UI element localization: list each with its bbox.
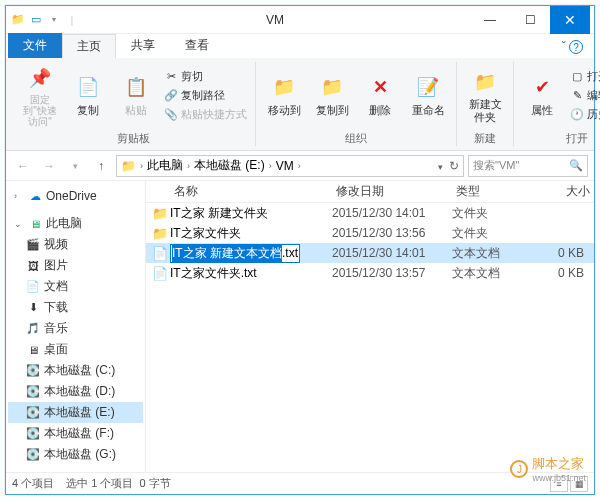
nav-thispc[interactable]: ⌄🖥此电脑 [8,213,143,234]
history-icon: 🕐 [570,108,584,122]
pin-quick-access-button[interactable]: 📌固定到"快速访问" [18,62,62,129]
chevron-icon[interactable]: › [267,161,274,171]
column-name[interactable]: 名称 [170,183,332,200]
file-row[interactable]: 📁 IT之家文件夹 2015/12/30 13:56 文件夹 [146,223,594,243]
forward-button[interactable]: → [38,155,60,177]
nav-drive-e[interactable]: 💽本地磁盘 (E:) [8,402,143,423]
status-item-count: 4 个项目 [12,476,54,491]
qat-separator: | [64,12,80,28]
paste-button[interactable]: 📋粘贴 [114,62,158,129]
pictures-icon: 🖼 [26,259,40,273]
history-button[interactable]: 🕐历史记录 [568,106,600,123]
chevron-icon[interactable]: › [185,161,192,171]
paste-shortcut-button[interactable]: 📎粘贴快捷方式 [162,106,249,123]
status-bar: 4 个项目 选中 1 个项目 0 字节 ≡ ▦ [6,472,594,494]
file-date: 2015/12/30 14:01 [332,206,452,220]
minimize-button[interactable]: — [470,6,510,34]
nav-music[interactable]: 🎵音乐 [8,318,143,339]
column-modified[interactable]: 修改日期 [332,183,452,200]
copy-to-button[interactable]: 📁复制到 [310,62,354,129]
nav-onedrive[interactable]: ›☁OneDrive [8,187,143,205]
navigation-pane[interactable]: ›☁OneDrive ⌄🖥此电脑 🎬视频 🖼图片 📄文档 ⬇下载 🎵音乐 🖥桌面… [6,181,146,472]
maximize-button[interactable]: ☐ [510,6,550,34]
new-folder-icon: 📁 [471,68,499,96]
pc-icon: 🖥 [28,217,42,231]
refresh-button[interactable]: ↻ [449,159,459,173]
up-button[interactable]: ↑ [90,155,112,177]
qat-dropdown-icon[interactable]: ▾ [46,12,62,28]
file-row[interactable]: 📄 IT之家文件夹.txt 2015/12/30 13:57 文本文档 0 KB [146,263,594,283]
txt-icon: 📄 [152,246,170,261]
copy-path-button[interactable]: 🔗复制路径 [162,87,249,104]
nav-drive-g[interactable]: 💽本地磁盘 (G:) [8,444,143,465]
open-icon: ▢ [570,70,584,84]
move-to-button[interactable]: 📁移动到 [262,62,306,129]
cloud-icon: ☁ [28,189,42,203]
file-list-pane: 名称 修改日期 类型 大小 📁 IT之家 新建文件夹 2015/12/30 14… [146,181,594,472]
group-clipboard-label: 剪贴板 [117,131,150,146]
edit-icon: ✎ [570,89,584,103]
file-type: 文本文档 [452,245,532,262]
tab-home[interactable]: 主页 [62,34,116,58]
crumb-drive[interactable]: 本地磁盘 (E:) [194,157,265,174]
properties-button[interactable]: ✔属性 [520,62,564,129]
nav-drive-c[interactable]: 💽本地磁盘 (C:) [8,360,143,381]
file-size: 0 KB [532,266,594,280]
new-folder-button[interactable]: 📁新建文件夹 [463,62,507,129]
tab-file[interactable]: 文件 [8,33,62,58]
copy-button[interactable]: 📄复制 [66,62,110,129]
rename-input[interactable]: IT之家 新建文本文档.txt [170,244,300,263]
file-rows: 📁 IT之家 新建文件夹 2015/12/30 14:01 文件夹 📁 IT之家… [146,203,594,472]
rename-button[interactable]: 📝重命名 [406,62,450,129]
chevron-icon[interactable]: › [138,161,145,171]
tab-share[interactable]: 共享 [116,33,170,58]
nav-drive-f[interactable]: 💽本地磁盘 (F:) [8,423,143,444]
nav-documents[interactable]: 📄文档 [8,276,143,297]
chevron-icon[interactable]: › [296,161,303,171]
nav-drive-d[interactable]: 💽本地磁盘 (D:) [8,381,143,402]
documents-icon: 📄 [26,280,40,294]
crumb-thispc[interactable]: 此电脑 [147,157,183,174]
ribbon-collapse-button[interactable]: ˇ ? [551,36,594,59]
copy-icon: 📄 [74,73,102,101]
back-button[interactable]: ← [12,155,34,177]
close-button[interactable]: ✕ [550,6,590,34]
crumb-folder[interactable]: VM [276,159,294,173]
tab-view[interactable]: 查看 [170,33,224,58]
desktop-icon: 🖥 [26,343,40,357]
ribbon: 📌固定到"快速访问" 📄复制 📋粘贴 ✂剪切 🔗复制路径 📎粘贴快捷方式 剪贴板… [6,58,594,151]
pin-icon: 📌 [26,64,54,92]
recent-dropdown[interactable]: ▾ [64,155,86,177]
drive-icon: 💽 [26,364,40,378]
path-icon: 🔗 [164,89,178,103]
nav-videos[interactable]: 🎬视频 [8,234,143,255]
file-date: 2015/12/30 13:57 [332,266,452,280]
shortcut-icon: 📎 [164,108,178,122]
drive-icon: 💽 [26,427,40,441]
search-icon[interactable]: 🔍 [569,159,583,172]
delete-button[interactable]: ✕删除 [358,62,402,129]
nav-desktop[interactable]: 🖥桌面 [8,339,143,360]
address-bar[interactable]: 📁 › 此电脑 › 本地磁盘 (E:) › VM › ▾↻ [116,155,464,177]
copyto-icon: 📁 [318,73,346,101]
column-headers[interactable]: 名称 修改日期 类型 大小 [146,181,594,203]
qat-props-icon[interactable]: ▭ [28,12,44,28]
file-row[interactable]: 📄 IT之家 新建文本文档.txt 2015/12/30 14:01 文本文档 … [146,243,594,263]
addr-dropdown-icon[interactable]: ▾ [438,162,443,172]
nav-downloads[interactable]: ⬇下载 [8,297,143,318]
search-box[interactable]: 搜索"VM" 🔍 [468,155,588,177]
open-button[interactable]: ▢打开▾ [568,68,600,85]
music-icon: 🎵 [26,322,40,336]
column-size[interactable]: 大小 [532,183,594,200]
nav-pictures[interactable]: 🖼图片 [8,255,143,276]
file-type: 文本文档 [452,265,532,282]
rename-icon: 📝 [414,73,442,101]
file-type: 文件夹 [452,225,532,242]
edit-button[interactable]: ✎编辑 [568,87,600,104]
file-row[interactable]: 📁 IT之家 新建文件夹 2015/12/30 14:01 文件夹 [146,203,594,223]
title-bar: 📁 ▭ ▾ | VM — ☐ ✕ [6,6,594,34]
column-type[interactable]: 类型 [452,183,532,200]
drive-icon: 💽 [26,385,40,399]
cut-button[interactable]: ✂剪切 [162,68,249,85]
drive-icon: 💽 [26,448,40,462]
